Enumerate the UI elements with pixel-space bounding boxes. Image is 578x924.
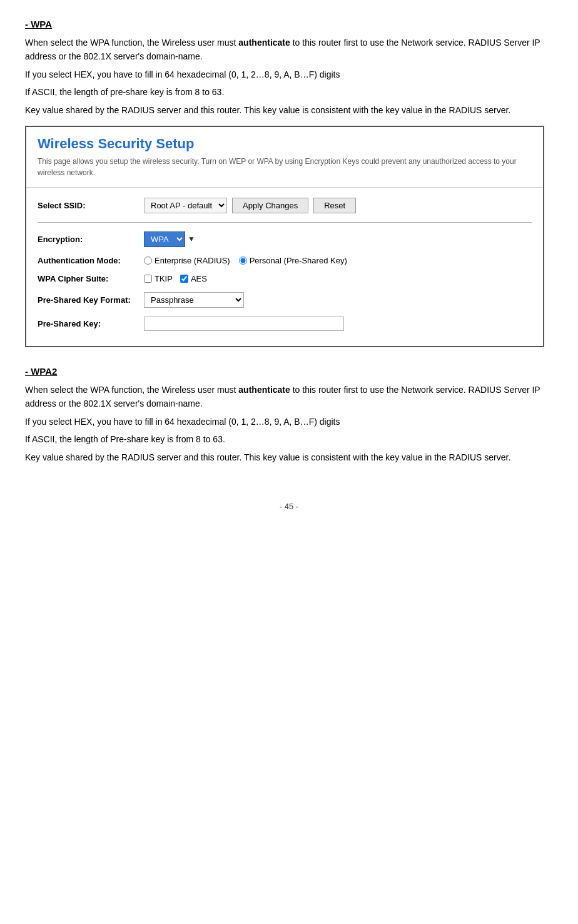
auth-mode-row: Authentication Mode: Enterprise (RADIUS)… — [38, 256, 532, 265]
encryption-select[interactable]: WPA WEP None — [144, 231, 185, 247]
wireless-security-screenshot: Wireless Security Setup This page allows… — [25, 126, 544, 347]
wpa2-para3: If ASCII, the length of Pre-share key is… — [25, 432, 553, 446]
wpa-section: - WPA When select the WPA function, the … — [25, 19, 553, 117]
cipher-aes-checkbox[interactable] — [180, 275, 188, 283]
wpa2-para1-bold: authenticate — [238, 385, 290, 395]
cipher-label: WPA Cipher Suite: — [38, 274, 138, 283]
page-number: - 45 - — [25, 502, 553, 511]
psk-format-select[interactable]: Passphrase HEX — [144, 292, 244, 308]
wpa-para4: Key value shared by the RADIUS server an… — [25, 103, 553, 117]
cipher-aes-label[interactable]: AES — [180, 274, 207, 283]
psk-label: Pre-Shared Key: — [38, 319, 138, 328]
ws-body: Select SSID: Root AP - default Apply Cha… — [26, 188, 543, 346]
cipher-aes-text: AES — [191, 274, 207, 283]
wpa2-heading: - WPA2 — [25, 366, 553, 377]
psk-format-label: Pre-Shared Key Format: — [38, 295, 138, 305]
reset-button[interactable]: Reset — [313, 198, 356, 213]
apply-changes-button[interactable]: Apply Changes — [232, 198, 308, 213]
wpa2-para4: Key value shared by the RADIUS server an… — [25, 450, 553, 464]
wpa-para3: If ASCII, the length of pre-share key is… — [25, 85, 553, 99]
auth-enterprise-radio[interactable] — [144, 256, 152, 265]
encryption-select-wrapper: WPA WEP None ▼ — [144, 231, 195, 247]
ws-description: This page allows you setup the wireless … — [26, 156, 543, 188]
wpa2-para2: If you select HEX, you have to fill in 6… — [25, 415, 553, 429]
auth-enterprise-label[interactable]: Enterprise (RADIUS) — [144, 256, 230, 265]
ws-title: Wireless Security Setup — [26, 127, 543, 156]
ssid-select[interactable]: Root AP - default — [144, 198, 227, 213]
ssid-controls: Root AP - default Apply Changes Reset — [144, 198, 532, 213]
wpa2-para1-pre: When select the WPA function, the Wirele… — [25, 385, 238, 395]
auth-personal-label[interactable]: Personal (Pre-Shared Key) — [239, 256, 347, 265]
cipher-suite-row: WPA Cipher Suite: TKIP AES — [38, 274, 532, 283]
encryption-row: Encryption: WPA WEP None ▼ — [38, 231, 532, 247]
cipher-tkip-checkbox[interactable] — [144, 275, 152, 283]
ssid-row: Select SSID: Root AP - default Apply Cha… — [38, 198, 532, 213]
auth-mode-label: Authentication Mode: — [38, 256, 138, 265]
encryption-label: Encryption: — [38, 235, 138, 244]
wpa-para1: When select the WPA function, the Wirele… — [25, 36, 553, 64]
cipher-tkip-text: TKIP — [155, 274, 173, 283]
divider — [38, 222, 532, 223]
cipher-tkip-label[interactable]: TKIP — [144, 274, 173, 283]
auth-radio-group: Enterprise (RADIUS) Personal (Pre-Shared… — [144, 256, 347, 265]
wpa-para1-bold: authenticate — [238, 38, 290, 48]
wpa-heading: - WPA — [25, 19, 553, 29]
wpa-para2: If you select HEX, you have to fill in 6… — [25, 68, 553, 81]
enc-dropdown-arrow: ▼ — [188, 235, 195, 243]
auth-personal-text: Personal (Pre-Shared Key) — [250, 256, 347, 265]
wpa-para1-pre: When select the WPA function, the Wirele… — [25, 38, 238, 48]
wpa2-section: - WPA2 When select the WPA function, the… — [25, 366, 553, 464]
psk-input[interactable] — [144, 317, 344, 331]
auth-personal-radio[interactable] — [239, 256, 247, 265]
cipher-checkbox-group: TKIP AES — [144, 274, 207, 283]
psk-format-row: Pre-Shared Key Format: Passphrase HEX — [38, 292, 532, 308]
psk-row: Pre-Shared Key: — [38, 317, 532, 331]
ssid-label: Select SSID: — [38, 201, 138, 210]
auth-enterprise-text: Enterprise (RADIUS) — [155, 256, 230, 265]
wpa2-para1: When select the WPA function, the Wirele… — [25, 383, 553, 411]
